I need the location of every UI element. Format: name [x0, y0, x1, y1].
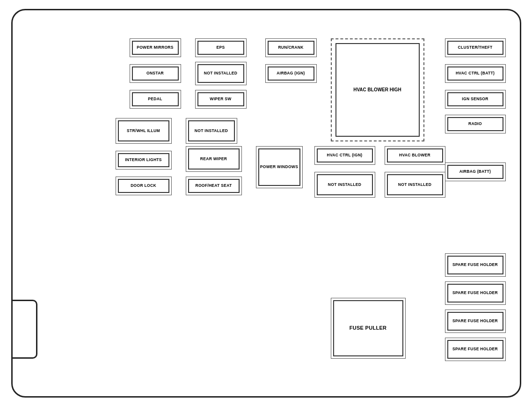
spare4-wrapper: SPARE FUSE HOLDER [445, 338, 506, 361]
door-lock-fuse: DOOR LOCK [118, 179, 169, 193]
radio-fuse: RADIO [447, 117, 503, 131]
not-installed-4-wrapper: NOT INSTALLED [385, 172, 445, 198]
power-windows-wrapper: POWER WINDOWS [256, 146, 303, 188]
wiper-sw-wrapper: WIPER SW [195, 90, 247, 109]
onstar-fuse: ONSTAR [132, 66, 179, 81]
ign-sensor-wrapper: IGN SENSOR [445, 90, 506, 109]
airbag-batt-wrapper: AIRBAG (BATT) [445, 162, 506, 181]
hvac-ctrl-batt-wrapper: HVAC CTRL (BATT) [445, 64, 506, 83]
hvac-ctrl-ign-wrapper: HVAC CTRL (IGN) [314, 146, 375, 165]
not-installed-1-wrapper: NOT INSTALLED [195, 62, 247, 85]
hvac-ctrl-ign-fuse: HVAC CTRL (IGN) [317, 148, 373, 162]
spare4-fuse: SPARE FUSE HOLDER [447, 340, 503, 359]
not-installed-3-fuse: NOT INSTALLED [317, 174, 373, 195]
roof-heat-seat-wrapper: ROOF/HEAT SEAT [186, 177, 242, 195]
interior-lights-wrapper: INTERIOR LIGHTS [116, 151, 172, 170]
not-installed-2-wrapper: NOT INSTALLED [186, 118, 237, 144]
hvac-blower-high-label: HVAC BLOWER HIGH [335, 43, 420, 137]
roof-heat-seat-fuse: ROOF/HEAT SEAT [188, 179, 240, 193]
run-crank-wrapper: RUN/CRANK [265, 38, 317, 57]
pedal-fuse: PEDAL [132, 92, 179, 106]
pedal-wrapper: PEDAL [130, 90, 181, 109]
spare3-wrapper: SPARE FUSE HOLDER [445, 310, 506, 333]
wiper-sw-fuse: WIPER SW [197, 92, 244, 106]
spare2-wrapper: SPARE FUSE HOLDER [445, 281, 506, 305]
power-mirrors-fuse: POWER MIRRORS [132, 41, 179, 55]
door-lock-wrapper: DOOR LOCK [116, 177, 172, 195]
power-mirrors-wrapper: POWER MIRRORS [130, 38, 181, 57]
airbag-batt-fuse: AIRBAG (BATT) [447, 165, 503, 179]
not-installed-4-fuse: NOT INSTALLED [387, 174, 443, 195]
fuse-box-diagram: POWER MIRRORS EPS RUN/CRANK ONSTAR NOT I… [11, 9, 521, 398]
str-whl-illum-fuse: STR/WHL ILLUM [118, 120, 169, 141]
rear-wiper-fuse: REAR WIPER [188, 148, 240, 170]
hvac-blower-wrapper: HVAC BLOWER [385, 146, 445, 165]
not-installed-2-fuse: NOT INSTALLED [188, 120, 235, 141]
spare3-fuse: SPARE FUSE HOLDER [447, 312, 503, 331]
eps-wrapper: EPS [195, 38, 247, 57]
spare2-fuse: SPARE FUSE HOLDER [447, 284, 503, 303]
fuse-layout: POWER MIRRORS EPS RUN/CRANK ONSTAR NOT I… [92, 36, 506, 382]
hvac-blower-fuse: HVAC BLOWER [387, 148, 443, 162]
ign-sensor-fuse: IGN SENSOR [447, 92, 503, 106]
cluster-theft-fuse: CLUSTER/THEFT [447, 41, 503, 55]
fuse-puller-wrapper: FUSE PULLER [331, 298, 406, 359]
not-installed-3-wrapper: NOT INSTALLED [314, 172, 375, 198]
radio-wrapper: RADIO [445, 115, 506, 133]
spare1-wrapper: SPARE FUSE HOLDER [445, 253, 506, 277]
cluster-theft-wrapper: CLUSTER/THEFT [445, 38, 506, 57]
hvac-ctrl-batt-fuse: HVAC CTRL (BATT) [447, 66, 503, 81]
eps-fuse: EPS [197, 41, 244, 55]
airbag-ign-wrapper: AIRBAG (IGN) [265, 64, 317, 83]
str-whl-illum-wrapper: STR/WHL ILLUM [116, 118, 172, 144]
rear-wiper-wrapper: REAR WIPER [186, 146, 242, 172]
run-crank-fuse: RUN/CRANK [268, 41, 314, 55]
power-windows-fuse: POWER WINDOWS [258, 148, 300, 186]
interior-lights-fuse: INTERIOR LIGHTS [118, 153, 169, 167]
fuse-puller-label: FUSE PULLER [333, 300, 403, 356]
hvac-blower-high-box: HVAC BLOWER HIGH [331, 38, 424, 141]
not-installed-1-fuse: NOT INSTALLED [197, 64, 244, 83]
spare1-fuse: SPARE FUSE HOLDER [447, 256, 503, 274]
airbag-ign-fuse: AIRBAG (IGN) [268, 66, 314, 81]
onstar-wrapper: ONSTAR [130, 64, 181, 83]
